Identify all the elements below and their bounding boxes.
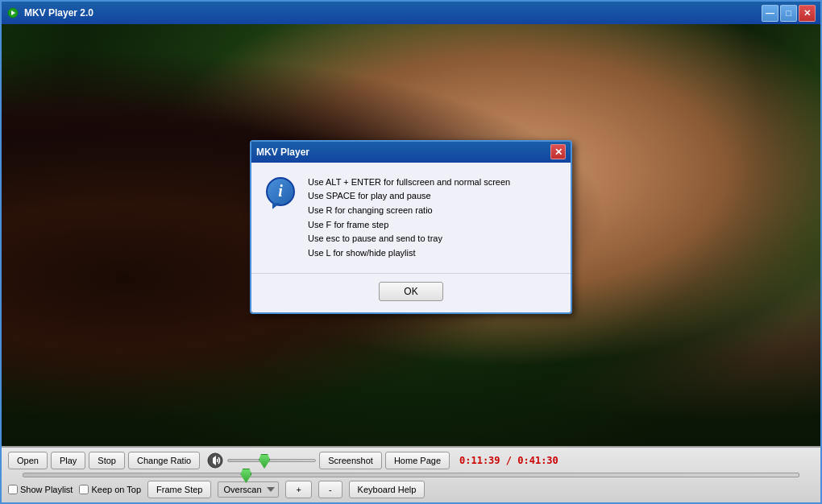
window-controls: — □ ✕ xyxy=(762,5,816,22)
video-area: MKV Player ✕ i Use ALT + ENTER for fulls… xyxy=(2,24,820,446)
dialog-line-2: Use SPACE for play and pause xyxy=(308,189,558,204)
volume-slider-thumb[interactable] xyxy=(259,454,270,469)
dialog-title: MKV Player xyxy=(256,147,550,158)
dialog-body: i Use ALT + ENTER for fullscreen and nor… xyxy=(251,163,571,274)
title-bar: MKV Player 2.0 — □ ✕ xyxy=(2,2,820,24)
control-bar: Open Play Stop Change Ratio Screenshot xyxy=(2,446,820,502)
keyboard-help-button[interactable]: Keyboard Help xyxy=(349,481,426,498)
volume-icon[interactable] xyxy=(206,452,224,469)
svg-rect-4 xyxy=(217,459,218,462)
window-close-button[interactable]: ✕ xyxy=(799,5,816,22)
controls-row-2 xyxy=(8,473,814,477)
window-title: MKV Player 2.0 xyxy=(24,7,762,19)
show-playlist-checkbox[interactable] xyxy=(8,485,18,494)
dialog-line-6: Use L for show/hide playlist xyxy=(308,246,558,261)
controls-row-3: Show Playlist Keep on Top Frame Step Ove… xyxy=(8,481,814,498)
show-playlist-label: Show Playlist xyxy=(20,485,73,494)
app-icon xyxy=(6,6,19,19)
minimize-button[interactable]: — xyxy=(762,5,778,22)
dialog-box: MKV Player ✕ i Use ALT + ENTER for fulls… xyxy=(250,140,572,315)
minus-button[interactable]: - xyxy=(318,481,342,498)
stop-button[interactable]: Stop xyxy=(89,452,125,469)
info-icon: i xyxy=(264,176,297,208)
maximize-button[interactable]: □ xyxy=(780,5,797,22)
dialog-line-1: Use ALT + ENTER for fullscreen and norma… xyxy=(308,176,558,190)
change-ratio-button[interactable]: Change Ratio xyxy=(128,452,200,469)
open-button[interactable]: Open xyxy=(8,452,48,469)
dialog-line-4: Use F for frame step xyxy=(308,218,558,233)
keep-on-top-checkbox-label[interactable]: Keep on Top xyxy=(79,485,141,494)
dialog-close-button[interactable]: ✕ xyxy=(550,144,566,159)
frame-step-button[interactable]: Frame Step xyxy=(147,481,211,498)
volume-slider-track[interactable] xyxy=(227,459,316,462)
time-display: 0:11:39 / 0:41:30 xyxy=(459,455,558,466)
play-button[interactable]: Play xyxy=(51,452,85,469)
progress-bar-track[interactable] xyxy=(23,473,799,477)
modal-overlay: MKV Player ✕ i Use ALT + ENTER for fulls… xyxy=(2,24,820,446)
dialog-footer: OK xyxy=(251,273,571,312)
info-circle: i xyxy=(266,177,295,206)
main-window: MKV Player 2.0 — □ ✕ MKV Player ✕ i xyxy=(0,0,822,504)
keep-on-top-label: Keep on Top xyxy=(91,485,141,494)
keep-on-top-checkbox[interactable] xyxy=(79,485,89,494)
dialog-message: Use ALT + ENTER for fullscreen and norma… xyxy=(308,176,558,261)
dialog-title-bar: MKV Player ✕ xyxy=(251,142,571,163)
screenshot-button[interactable]: Screenshot xyxy=(319,452,382,469)
plus-button[interactable]: + xyxy=(285,481,311,498)
dialog-line-3: Use R for changing screen ratio xyxy=(308,204,558,218)
home-page-button[interactable]: Home Page xyxy=(385,452,450,469)
show-playlist-checkbox-label[interactable]: Show Playlist xyxy=(8,485,73,494)
ok-button[interactable]: OK xyxy=(379,282,442,301)
controls-row-1: Open Play Stop Change Ratio Screenshot xyxy=(8,452,814,469)
volume-slider-container[interactable] xyxy=(227,459,316,462)
dialog-line-5: Use esc to pause and send to tray xyxy=(308,232,558,246)
overscan-dropdown[interactable]: Overscan xyxy=(218,481,279,498)
